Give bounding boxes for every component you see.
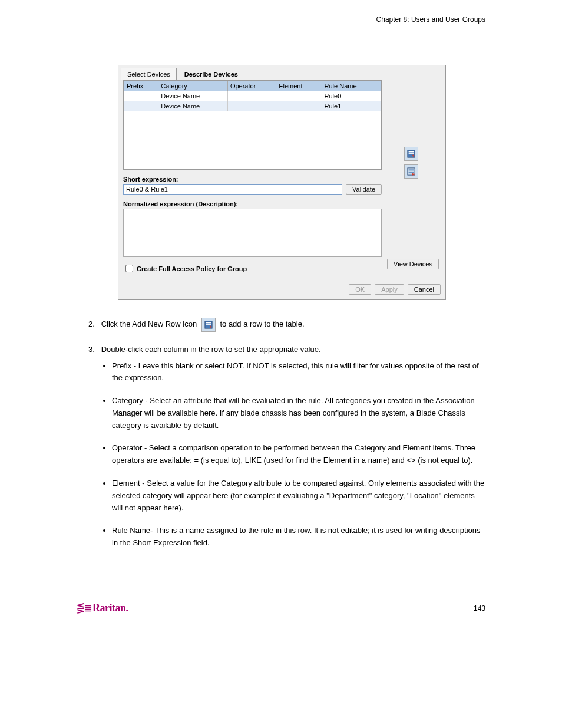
view-devices-button[interactable]: View Devices: [387, 259, 439, 269]
svg-rect-9: [206, 322, 211, 324]
page-number: 143: [474, 604, 485, 612]
list-item: Category - Select an attribute that will…: [112, 395, 485, 431]
create-full-access-policy-checkbox[interactable]: [125, 265, 133, 272]
normalized-expression-box: [123, 209, 382, 257]
col-operator[interactable]: Operator: [227, 81, 276, 91]
validate-button[interactable]: Validate: [346, 184, 382, 195]
svg-rect-2: [409, 153, 414, 154]
short-expression-input[interactable]: Rule0 & Rule1: [123, 184, 342, 195]
step-2: 2. Click the Add New Row icon to add a r…: [88, 318, 485, 332]
col-element[interactable]: Element: [276, 81, 322, 91]
step-3: 3. Double-click each column in the row t…: [88, 344, 485, 355]
rules-table[interactable]: Prefix Category Operator Element Rule Na…: [124, 81, 381, 111]
svg-rect-1: [409, 151, 414, 153]
chapter-header: Chapter 8: Users and User Groups: [77, 15, 485, 24]
add-row-icon[interactable]: [404, 147, 418, 161]
tab-describe-devices[interactable]: Describe Devices: [178, 68, 244, 80]
dialog-describe-devices: Select Devices Describe Devices Prefix C…: [118, 65, 446, 300]
normalized-expression-label: Normalized expression (Description):: [123, 200, 382, 207]
raritan-logo: ⋚≣Raritan.: [77, 602, 128, 614]
tab-select-devices[interactable]: Select Devices: [121, 68, 177, 80]
apply-button[interactable]: Apply: [375, 284, 404, 295]
col-rulename[interactable]: Rule Name: [322, 81, 381, 91]
table-row[interactable]: Device Name Rule0: [124, 91, 381, 101]
list-item: Rule Name- This is a name assigned to th…: [112, 525, 485, 549]
list-item: Operator - Select a comparison operation…: [112, 442, 485, 467]
create-full-access-policy-label: Create Full Access Policy for Group: [137, 265, 247, 272]
add-row-icon: [201, 318, 216, 332]
cancel-button[interactable]: Cancel: [408, 284, 441, 295]
remove-row-icon[interactable]: [404, 164, 418, 179]
svg-rect-10: [206, 324, 211, 325]
svg-rect-4: [409, 170, 414, 171]
ok-button[interactable]: OK: [349, 284, 371, 295]
logo-glyph-icon: ⋚≣: [77, 603, 91, 613]
step3-bullet-list: Prefix - Leave this blank or select NOT.…: [112, 360, 485, 550]
list-item: Element - Select a value for the Categor…: [112, 477, 485, 514]
col-prefix[interactable]: Prefix: [124, 81, 158, 91]
col-category[interactable]: Category: [158, 81, 228, 91]
svg-rect-5: [409, 172, 414, 173]
short-expression-label: Short expression:: [123, 176, 382, 183]
list-item: Prefix - Leave this blank or select NOT.…: [112, 360, 485, 385]
table-row[interactable]: Device Name Rule1: [124, 101, 381, 111]
